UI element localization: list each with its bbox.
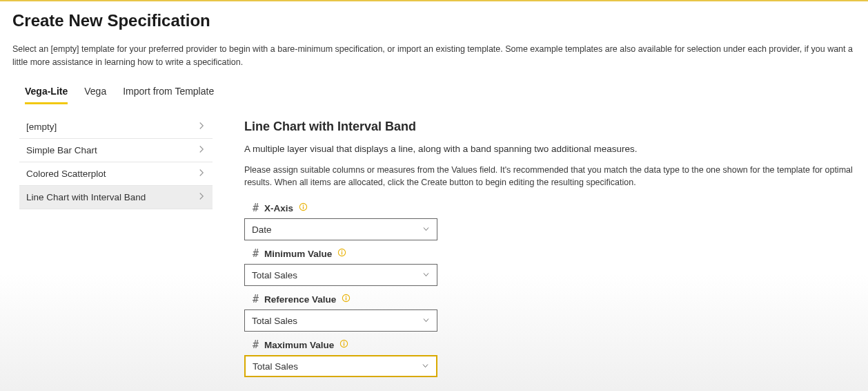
svg-rect-11 — [344, 343, 344, 346]
dropdown-maximum-value[interactable]: Total Sales — [244, 355, 437, 377]
field-maximum-value: # Maximum Value Total Sales — [244, 338, 856, 377]
hash-icon: # — [253, 247, 259, 260]
svg-point-1 — [303, 204, 304, 206]
field-label: # Reference Value — [244, 293, 856, 305]
chevron-down-icon — [422, 270, 430, 280]
template-item-label: Colored Scatterplot — [26, 169, 106, 179]
template-item-colored-scatter[interactable]: Colored Scatterplot — [19, 162, 213, 186]
chevron-down-icon — [422, 361, 429, 372]
page-title: Create New Specification — [12, 11, 856, 30]
field-label-text: Maximum Value — [264, 340, 334, 350]
field-label-text: X-Axis — [264, 203, 293, 213]
field-minimum-value: # Minimum Value Total Sales — [244, 247, 856, 286]
field-label-text: Reference Value — [264, 294, 336, 305]
dropdown-minimum-value[interactable]: Total Sales — [244, 264, 437, 286]
chevron-right-icon — [197, 192, 206, 202]
template-list: [empty] Simple Bar Chart Colored Scatter… — [19, 115, 213, 385]
info-icon[interactable] — [337, 248, 346, 259]
svg-point-10 — [344, 341, 345, 343]
dropdown-value: Date — [252, 225, 272, 235]
info-icon[interactable] — [339, 339, 348, 350]
field-label: # Minimum Value — [244, 247, 856, 260]
dropdown-value: Total Sales — [253, 361, 298, 372]
hash-icon: # — [253, 338, 259, 351]
detail-instructions: Please assign suitable columns or measur… — [244, 164, 856, 190]
chevron-down-icon — [422, 225, 430, 235]
chevron-right-icon — [197, 122, 206, 132]
dropdown-reference-value[interactable]: Total Sales — [244, 309, 437, 332]
template-item-label: Line Chart with Interval Band — [26, 192, 146, 202]
template-item-line-interval[interactable]: Line Chart with Interval Band — [19, 186, 213, 209]
svg-point-7 — [346, 296, 347, 297]
svg-rect-8 — [346, 298, 346, 301]
hash-icon: # — [253, 293, 259, 305]
info-icon[interactable] — [299, 202, 308, 213]
field-label: # X-Axis — [244, 202, 856, 214]
dropdown-value: Total Sales — [252, 316, 297, 326]
tab-vega[interactable]: Vega — [84, 82, 106, 104]
template-item-empty[interactable]: [empty] — [19, 115, 213, 139]
chevron-down-icon — [422, 316, 430, 326]
detail-panel: Line Chart with Interval Band A multiple… — [244, 115, 856, 385]
dropdown-x-axis[interactable]: Date — [244, 218, 437, 240]
tab-vega-lite[interactable]: Vega-Lite — [25, 82, 68, 104]
detail-title: Line Chart with Interval Band — [244, 120, 856, 134]
svg-point-4 — [342, 250, 343, 251]
template-item-label: [empty] — [26, 122, 57, 132]
svg-rect-5 — [342, 252, 342, 255]
field-label-text: Minimum Value — [264, 249, 332, 259]
detail-subtitle: A multiple layer visual that displays a … — [244, 144, 856, 154]
chevron-right-icon — [197, 169, 206, 179]
chevron-right-icon — [197, 145, 206, 155]
tab-import-template[interactable]: Import from Template — [123, 82, 214, 104]
tab-bar: Vega-Lite Vega Import from Template — [12, 82, 856, 104]
field-label: # Maximum Value — [244, 338, 856, 351]
hash-icon: # — [253, 202, 259, 214]
info-icon[interactable] — [342, 294, 351, 305]
template-item-label: Simple Bar Chart — [26, 145, 97, 155]
field-x-axis: # X-Axis Date — [244, 202, 856, 240]
field-reference-value: # Reference Value Total Sales — [244, 293, 856, 332]
dropdown-value: Total Sales — [252, 270, 297, 280]
page-description: Select an [empty] template for your pref… — [12, 43, 856, 69]
template-item-simple-bar[interactable]: Simple Bar Chart — [19, 139, 213, 162]
svg-rect-2 — [303, 207, 304, 209]
